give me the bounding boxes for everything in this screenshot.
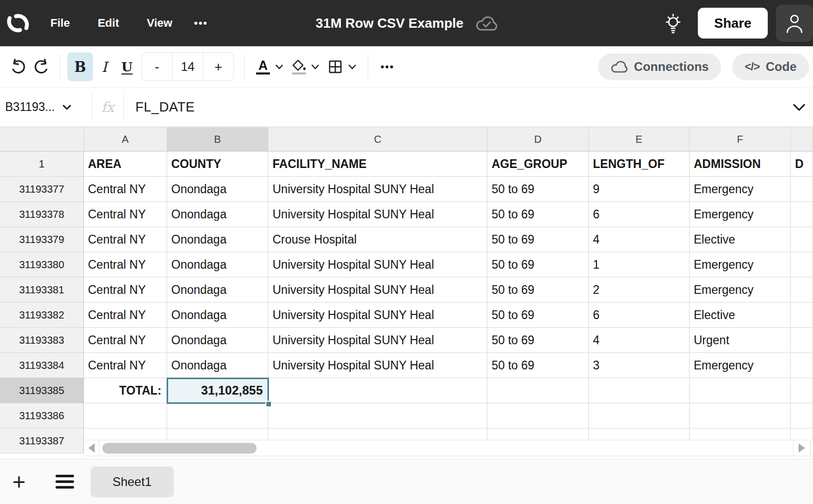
cell-length[interactable]: 6 xyxy=(589,202,690,227)
rows-logo-icon[interactable] xyxy=(6,11,30,35)
code-button[interactable]: </> Code xyxy=(732,53,809,80)
cell-county[interactable]: Onondaga xyxy=(167,303,268,328)
undo-icon[interactable] xyxy=(7,52,30,81)
row-header[interactable]: 31193379 xyxy=(0,227,84,252)
cell-facility[interactable]: University Hospital SUNY Heal xyxy=(268,353,487,378)
share-button[interactable]: Share xyxy=(698,8,768,39)
cell-partial[interactable] xyxy=(791,227,813,252)
cell-facility[interactable]: University Hospital SUNY Heal xyxy=(268,177,487,202)
column-header-partial[interactable] xyxy=(791,127,813,152)
cell-area[interactable]: Central NY xyxy=(84,177,167,202)
cell-partial[interactable] xyxy=(791,177,813,202)
cell-county[interactable]: Onondaga xyxy=(167,353,268,378)
cell-length[interactable]: 1 xyxy=(589,252,690,277)
cell-empty[interactable] xyxy=(690,403,791,428)
cell-facility[interactable]: University Hospital SUNY Heal xyxy=(268,277,487,303)
menu-edit[interactable]: Edit xyxy=(98,16,119,30)
grid-corner[interactable] xyxy=(0,127,84,152)
italic-button[interactable]: I xyxy=(93,52,116,81)
selected-cell[interactable]: 31,102,855 xyxy=(167,378,268,403)
row-header[interactable]: 31193382 xyxy=(0,303,84,328)
cell-empty[interactable] xyxy=(167,403,268,428)
header-cell[interactable]: LENGTH_OF xyxy=(589,152,690,177)
cell-area[interactable]: Central NY xyxy=(84,303,167,328)
cell-area[interactable]: Central NY xyxy=(84,328,167,353)
cell-county[interactable]: Onondaga xyxy=(167,177,268,202)
cell-length[interactable]: 9 xyxy=(589,177,690,202)
scrollbar-thumb[interactable] xyxy=(102,443,257,454)
cell-length[interactable]: 6 xyxy=(589,303,690,328)
cell-area[interactable]: Central NY xyxy=(84,252,167,277)
menu-more-button[interactable]: ••• xyxy=(194,17,208,29)
cell-admission[interactable]: Elective xyxy=(690,227,791,252)
bold-button[interactable]: B xyxy=(67,52,93,81)
cell-admission[interactable]: Emergency xyxy=(690,202,791,227)
add-sheet-button[interactable]: + xyxy=(12,472,26,492)
cell-county[interactable]: Onondaga xyxy=(167,277,268,303)
cell-county[interactable]: Onondaga xyxy=(167,227,268,252)
cell-age-group[interactable]: 50 to 69 xyxy=(487,202,589,227)
cell-partial[interactable] xyxy=(791,303,813,328)
cell-admission[interactable]: Emergency xyxy=(690,252,791,277)
cell-age-group[interactable]: 50 to 69 xyxy=(487,277,589,303)
cell-admission[interactable]: Emergency xyxy=(690,353,791,378)
column-header-D[interactable]: D xyxy=(487,127,589,152)
cell-admission[interactable]: Urgent xyxy=(690,328,791,353)
cell-reference-dropdown[interactable]: B31193... xyxy=(5,100,82,114)
cell-facility[interactable]: University Hospital SUNY Heal xyxy=(268,252,487,277)
cell-admission[interactable]: Emergency xyxy=(690,177,791,202)
cell-length[interactable]: 4 xyxy=(589,328,690,353)
row-header[interactable]: 31193386 xyxy=(0,403,84,428)
account-button[interactable] xyxy=(776,5,813,42)
text-color-button[interactable]: A xyxy=(256,59,283,74)
cell-county[interactable]: Onondaga xyxy=(167,328,268,353)
fill-color-button[interactable] xyxy=(292,59,319,74)
menu-view[interactable]: View xyxy=(147,16,172,30)
header-cell[interactable]: ADMISSION xyxy=(690,152,791,177)
header-cell[interactable]: AGE_GROUP xyxy=(487,152,589,177)
cell-empty[interactable] xyxy=(589,378,690,403)
column-header-C[interactable]: C xyxy=(268,127,487,152)
cell-county[interactable]: Onondaga xyxy=(167,252,268,277)
formula-input[interactable]: FL_DATE xyxy=(135,99,195,115)
font-size-decrease-button[interactable]: - xyxy=(142,53,172,81)
cell-age-group[interactable]: 50 to 69 xyxy=(487,227,589,252)
toolbar-more-button[interactable]: ••• xyxy=(381,61,394,73)
scroll-right-button[interactable] xyxy=(793,440,810,456)
cell-empty[interactable] xyxy=(690,378,791,403)
cell-area[interactable]: Central NY xyxy=(84,277,167,303)
column-header-F[interactable]: F xyxy=(690,127,791,152)
cell-empty[interactable] xyxy=(487,403,589,428)
cell-age-group[interactable]: 50 to 69 xyxy=(487,303,589,328)
cell-facility[interactable]: Crouse Hospital xyxy=(268,227,487,252)
cell-empty[interactable] xyxy=(487,378,589,403)
expand-formula-bar-icon[interactable] xyxy=(792,103,806,111)
row-header[interactable]: 31193380 xyxy=(0,252,84,277)
cell-age-group[interactable]: 50 to 69 xyxy=(487,353,589,378)
cell-empty[interactable] xyxy=(268,403,487,428)
cell-admission[interactable]: Elective xyxy=(690,303,791,328)
cell-empty[interactable] xyxy=(84,403,167,428)
row-header[interactable]: 31193383 xyxy=(0,328,84,353)
lightbulb-icon[interactable] xyxy=(663,12,683,34)
cell-area[interactable]: Central NY xyxy=(84,202,167,227)
cell-empty[interactable] xyxy=(268,378,487,403)
cell-length[interactable]: 2 xyxy=(589,277,690,303)
cell-partial[interactable] xyxy=(791,328,813,353)
cell-admission[interactable]: Emergency xyxy=(690,277,791,303)
fill-handle[interactable] xyxy=(265,401,272,407)
font-size-value[interactable]: 14 xyxy=(172,53,204,81)
connections-button[interactable]: Connections xyxy=(598,53,721,80)
menu-file[interactable]: File xyxy=(50,16,70,30)
document-title[interactable]: 31M Row CSV Example xyxy=(316,15,464,31)
row-header[interactable]: 31193378 xyxy=(0,202,84,227)
header-cell[interactable]: AREA xyxy=(84,152,167,177)
cell-area[interactable]: Central NY xyxy=(84,227,167,252)
cell-empty[interactable] xyxy=(589,403,690,428)
sheet-tab[interactable]: Sheet1 xyxy=(91,466,174,497)
cell-age-group[interactable]: 50 to 69 xyxy=(487,328,589,353)
cell-length[interactable]: 3 xyxy=(589,353,690,378)
row-header[interactable]: 31193384 xyxy=(0,353,84,378)
header-cell[interactable]: D xyxy=(791,152,813,177)
column-header-E[interactable]: E xyxy=(589,127,690,152)
